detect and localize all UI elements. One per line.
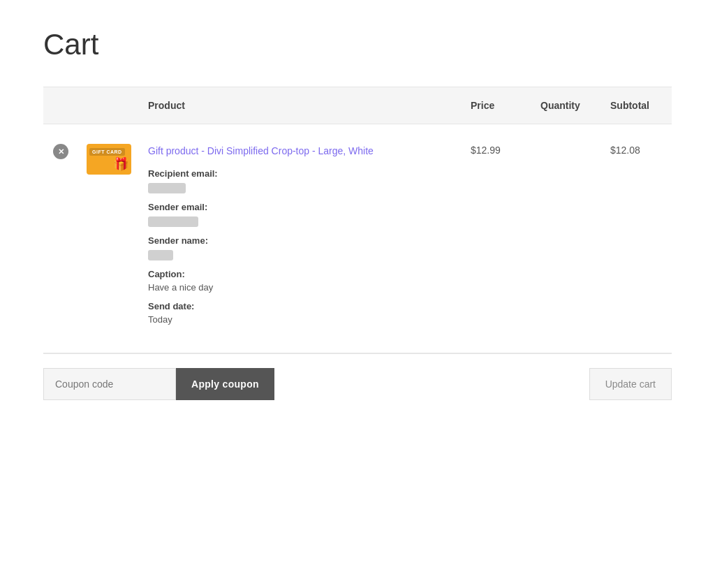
product-link[interactable]: Gift product - Divi Simplified Crop-top … xyxy=(148,144,454,159)
table-row: GIFT CARD 🎁 Gift product - Divi Simplifi… xyxy=(43,124,672,353)
gift-card-label: GIFT CARD xyxy=(89,148,125,156)
meta-caption-value: Have a nice day xyxy=(148,282,454,293)
col-header-subtotal: Subtotal xyxy=(602,87,672,124)
page-title: Cart xyxy=(43,28,672,61)
meta-send-date-label: Send date: xyxy=(148,301,454,311)
gift-card-icon: 🎁 xyxy=(113,156,128,172)
table-header-row: Product Price Quantity Subtotal xyxy=(43,87,672,124)
col-header-product: Product xyxy=(140,87,462,124)
meta-sender-name-label: Sender name: xyxy=(148,235,454,246)
meta-recipient-email-value xyxy=(148,183,186,193)
item-price: $12.99 xyxy=(471,145,501,156)
col-header-image xyxy=(78,87,140,124)
coupon-input[interactable] xyxy=(43,368,176,400)
apply-coupon-button[interactable]: Apply coupon xyxy=(176,368,274,400)
remove-item-button[interactable] xyxy=(53,144,68,159)
meta-sender-name-value xyxy=(148,250,173,260)
item-subtotal: $12.08 xyxy=(610,145,640,156)
col-header-price: Price xyxy=(462,87,532,124)
coupon-section: Apply coupon xyxy=(43,368,274,400)
col-header-quantity: Quantity xyxy=(532,87,602,124)
cart-actions: Apply coupon Update cart xyxy=(43,353,672,414)
product-image: GIFT CARD 🎁 xyxy=(87,144,131,175)
product-details-cell: Gift product - Divi Simplified Crop-top … xyxy=(140,124,462,353)
meta-send-date-value: Today xyxy=(148,314,454,325)
meta-recipient-email-label: Recipient email: xyxy=(148,168,454,179)
meta-sender-email-value xyxy=(148,216,198,227)
meta-sender-email-label: Sender email: xyxy=(148,202,454,212)
cart-table: Product Price Quantity Subtotal GIFT CAR… xyxy=(43,87,672,353)
meta-caption-label: Caption: xyxy=(148,269,454,279)
product-name: Gift product - Divi Simplified Crop-top … xyxy=(148,144,454,159)
item-quantity-cell xyxy=(532,124,602,353)
col-header-remove xyxy=(43,87,78,124)
update-cart-button[interactable]: Update cart xyxy=(589,368,672,400)
